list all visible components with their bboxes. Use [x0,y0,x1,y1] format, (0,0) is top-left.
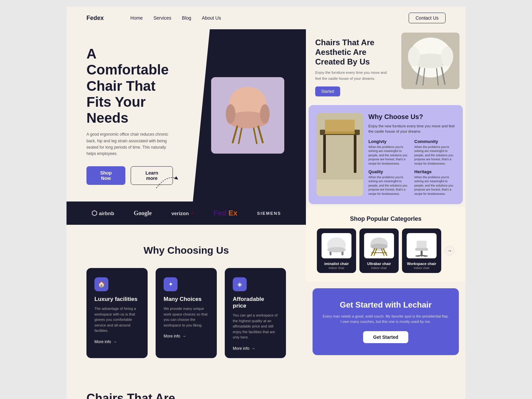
hero-description: A good ergonomic office chair reduces ch… [86,131,173,157]
why-card-2-title: Many Choices [164,296,209,303]
bottom-left-section: Chairs That Are Aesthetic Are Created By… [66,375,306,399]
svg-point-17 [408,47,420,66]
why-card-3: ◈ Afforadable price You can get a worksp… [225,268,286,358]
why-choose-inner: Why Choose Us? Enjoy the new furniture e… [317,113,455,196]
feature-longevity: Longivty When the problems you're solvin… [368,139,409,166]
why-choose-title: Why Choose Us? [368,113,455,121]
why-cards: 🏠 Luxury facilities The advantage of hir… [86,268,286,358]
svg-line-7 [239,128,242,143]
why-choosing-title: Why Choosing Us [86,245,286,256]
why-card-1-icon: 🏠 [94,277,108,291]
nav-services[interactable]: Services [153,15,171,21]
fluffy-chair-image-right [401,33,460,89]
shop-card-minimalist: iminalist chair Indoor chair [317,228,356,273]
brand-logo: Fedex [86,15,104,22]
why-card-3-title: Afforadable price [233,296,278,309]
why-card-3-icon: ◈ [233,277,247,291]
shop-card-ultrabar: Ultrabar chair Indoor chair [359,228,399,273]
why-card-2: ✦ Many Choices We provide many unique wo… [156,268,217,358]
shop-card-workspace: Workspace chair Indoor chair [402,228,441,273]
svg-rect-27 [325,120,355,131]
why-choose-content: Why Choose Us? Enjoy the new furniture e… [368,113,455,196]
svg-rect-25 [354,133,356,173]
bottom-title: Chairs That Are Aesthetic Are Created By… [86,391,200,399]
shop-card-ultrabar-name: Ultrabar chair [363,262,395,266]
workspace-chair-image [407,233,437,258]
feature-community: Community When the problems you're solvi… [414,139,455,166]
feature-heritage: Heritage When the problems you're solvin… [414,169,455,196]
svg-line-6 [258,127,263,143]
svg-rect-24 [323,133,326,173]
get-started-description: Every man needs a good, solid couch. My … [323,314,449,325]
feature-longevity-title: Longivty [368,139,409,144]
why-card-2-icon: ✦ [164,277,178,291]
minimalist-chair-image [322,233,351,258]
brand-verizon: verizon✓ [171,210,194,216]
hero-chair-image [219,84,276,147]
shop-card-minimalist-sub: Indoor chair [321,266,352,270]
decorative-arrow [153,172,180,192]
brand-siemens: SIEMENS [257,211,281,216]
feature-longevity-desc: When the problems you're solving are mea… [368,145,409,166]
get-started-title: Get Started with Lechair [323,300,449,310]
why-choosing-section: Why Choosing Us 🏠 Luxury facilities The … [66,225,306,375]
svg-line-8 [254,128,257,143]
shop-title: Shop Popular Categorles [313,215,459,222]
why-card-1-title: Luxury facilities [94,296,140,303]
svg-rect-40 [417,241,427,249]
why-card-3-desc: You can get a workspace of the highest q… [233,313,278,340]
shop-card-ultrabar-sub: Indoor chair [363,266,395,270]
shop-next-button[interactable]: → [445,246,455,256]
shop-card-workspace-sub: Indoor chair [406,266,437,270]
feature-community-title: Community [414,139,455,144]
svg-line-5 [233,127,237,143]
svg-marker-0 [174,176,178,180]
right-column: Chairs That Are Aesthetic Are Created By… [306,29,466,399]
ultrabar-chair-image [364,233,394,258]
svg-point-18 [441,47,453,66]
nav-about[interactable]: About Us [202,15,221,21]
svg-rect-28 [325,131,355,134]
svg-rect-41 [415,248,428,251]
shop-card-minimalist-name: iminalist chair [321,262,352,266]
brand-airbnb: airbnb [91,209,114,217]
get-started-button[interactable]: Get Started [363,331,408,343]
brand-google: Google [134,210,152,217]
feature-community-desc: When the problems you're solving are mea… [414,145,455,166]
shop-section: Shop Popular Categorles [306,207,466,282]
hero-chair-panel [193,29,306,201]
nav-blog[interactable]: Blog [182,15,191,21]
why-card-2-desc: We provide many unique work space choice… [164,306,209,328]
svg-point-34 [370,244,388,249]
right-hero-button[interactable]: Started [315,86,340,96]
nav-home[interactable]: Home [130,15,143,21]
svg-rect-42 [421,251,423,255]
right-hero-title: Chairs That Are Aesthetic Are Created By… [315,38,393,66]
svg-point-32 [327,247,346,252]
why-card-1-more[interactable]: More info → [94,339,140,344]
right-hero-top: Chairs That Are Aesthetic Are Created By… [306,29,466,102]
nav-links: Home Services Blog About Us [130,15,395,21]
svg-point-3 [226,104,235,124]
feature-heritage-desc: When the problems you're solving are mea… [414,175,455,196]
brands-bar: airbnb Google verizon✓ FedEx SIEMENS [66,201,306,225]
svg-point-4 [260,104,270,124]
get-started-card: Get Started with Lechair Every man needs… [313,288,459,355]
why-choose-section: Why Choose Us? Enjoy the new furniture e… [309,105,463,204]
brand-fedex: FedEx [213,209,237,217]
navbar: Fedex Home Services Blog About Us Contac… [66,7,466,29]
shop-items: iminalist chair Indoor chair [313,228,459,273]
shop-card-workspace-name: Workspace chair [406,262,437,266]
shop-now-button[interactable]: Shop Now [86,166,125,185]
feature-heritage-title: Heritage [414,169,455,174]
hero-left: A Comfortable Chair That Fits Your Needs… [66,29,193,201]
contact-us-button[interactable]: Contact Us [409,13,446,23]
get-started-wrapper: Get Started with Lechair Every man needs… [306,282,466,362]
why-card-2-more[interactable]: More info → [164,334,209,338]
why-card-3-more[interactable]: More info → [233,346,278,351]
hero-title: A Comfortable Chair That Fits Your Needs [86,46,173,126]
why-choose-description: Enjoy the new furniture every time you m… [368,123,455,134]
why-card-1: 🏠 Luxury facilities The advantage of hir… [86,268,148,358]
right-hero-description: Enjoy the furniture every time you move … [315,70,393,81]
hero-section: A Comfortable Chair That Fits Your Needs… [66,29,306,201]
